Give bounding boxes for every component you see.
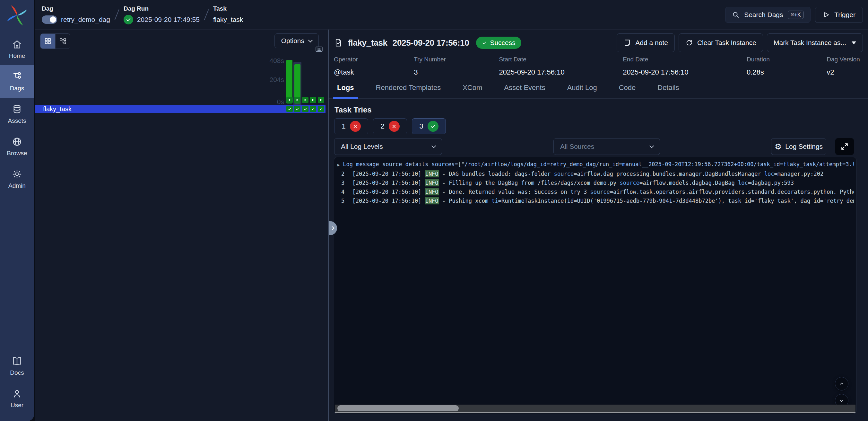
sidebar-item-user[interactable]: User: [0, 382, 34, 415]
trigger-button[interactable]: Trigger: [815, 7, 863, 23]
task-try-3-button[interactable]: 3: [412, 118, 446, 134]
meta-label: Duration: [747, 56, 827, 63]
log-line-number: 5: [341, 196, 346, 205]
search-icon: [732, 11, 740, 19]
log-sources-value: All Sources: [560, 143, 594, 150]
scroll-to-top-button[interactable]: [835, 377, 848, 390]
gantt-run-square[interactable]: [286, 97, 293, 103]
tab-logs[interactable]: Logs: [333, 81, 358, 99]
mark-task-instance-as-button[interactable]: Mark Task Instance as...: [767, 33, 863, 52]
task-try-2-button[interactable]: 2: [373, 118, 407, 134]
gantt-run-square[interactable]: [302, 97, 309, 103]
try-number: 1: [342, 122, 345, 131]
log-line-number: 4: [341, 187, 346, 196]
sidebar-item-label: Browse: [7, 150, 27, 157]
sidebar-item-dags[interactable]: Dags: [0, 65, 34, 98]
gantt-chart: 408s204s0sflaky_task: [35, 30, 328, 421]
tab-details[interactable]: Details: [654, 81, 683, 99]
try-number: 2: [380, 122, 384, 131]
gantt-task-instance-square[interactable]: [294, 106, 301, 112]
clear-task-instance-button[interactable]: Clear Task Instance: [679, 33, 763, 52]
meta-label: Operator: [334, 56, 414, 63]
gantt-task-instance-square[interactable]: [310, 106, 316, 112]
scrollbar-thumb[interactable]: [337, 405, 459, 411]
sidebar-item-label: Home: [9, 52, 25, 59]
disclosure-triangle-icon[interactable]: ▶: [337, 163, 340, 167]
log-timestamp: [2025-09-20 17:56:10]: [346, 189, 425, 195]
task-instance-panel: flaky_task 2025-09-20 17:56:10 Success A…: [329, 30, 868, 421]
dag-link[interactable]: retry_demo_dag: [61, 16, 110, 24]
log-line[interactable]: 2 [2025-09-20 17:56:10] INFO - DAG bundl…: [337, 169, 854, 178]
airflow-logo-icon[interactable]: [5, 3, 29, 28]
content: Options 408s204s0sflaky_task: [35, 30, 868, 421]
task-tries: 123: [334, 118, 446, 134]
sidebar-item-admin[interactable]: Admin: [0, 163, 34, 195]
search-shortcut-kbd: ⌘+K: [788, 10, 804, 19]
sidebar-item-assets[interactable]: Assets: [0, 98, 34, 130]
refresh-icon: [685, 39, 693, 47]
gantt-run-square[interactable]: [310, 97, 316, 103]
globe-icon: [12, 137, 22, 147]
log-message-text: =RuntimeTaskInstance(id=UUID('01996715-a…: [498, 198, 854, 204]
task-try-1-button[interactable]: 1: [334, 118, 368, 134]
sidebar-item-home[interactable]: Home: [0, 33, 34, 65]
log-level-badge: INFO: [425, 170, 439, 177]
task-title: flaky_task: [348, 38, 388, 48]
log-source-group-line[interactable]: ▶Log message source details sources=["/r…: [337, 160, 854, 169]
meta-dag-version: Dag Versionv2: [827, 56, 865, 77]
task-run-timestamp: 2025-09-20 17:56:10: [393, 38, 469, 48]
gantt-run-square[interactable]: [294, 97, 301, 103]
log-sources-select[interactable]: All Sources: [553, 138, 660, 155]
gantt-task-instance-square[interactable]: [302, 106, 309, 112]
log-line[interactable]: 4 [2025-09-20 17:56:10] INFO - Done. Ret…: [337, 187, 854, 196]
log-key-token: loc: [738, 180, 748, 186]
log-level-badge: INFO: [425, 188, 439, 195]
task-value: flaky_task: [213, 16, 243, 24]
add-note-button[interactable]: Add a note: [617, 33, 675, 52]
tab-audit-log[interactable]: Audit Log: [563, 81, 601, 99]
search-dags-button[interactable]: Search Dags ⌘+K: [725, 7, 810, 23]
horizontal-scrollbar[interactable]: [335, 404, 856, 413]
sidebar-item-docs[interactable]: Docs: [0, 350, 34, 382]
trigger-label: Trigger: [834, 11, 856, 19]
tab-code[interactable]: Code: [615, 81, 640, 99]
gantt-run-square[interactable]: [318, 97, 324, 103]
log-message-text: =airflow.dag_processing.bundles.manager.…: [574, 171, 764, 177]
task-instance-header: flaky_task 2025-09-20 17:56:10 Success A…: [334, 33, 863, 52]
tab-rendered-templates[interactable]: Rendered Templates: [372, 81, 445, 99]
sidebar-item-browse[interactable]: Browse: [0, 130, 34, 163]
gantt-axis-tick: 204s: [252, 76, 284, 84]
log-message-text: - Filling up the DagBag from /files/dags…: [439, 180, 620, 186]
sidebar-bottom-nav: DocsUser: [0, 350, 34, 415]
log-levels-select[interactable]: All Log Levels: [334, 138, 442, 155]
meta-value: @task: [334, 68, 414, 77]
chevron-down-icon: [649, 144, 654, 148]
tab-asset-events[interactable]: Asset Events: [500, 81, 549, 99]
log-line[interactable]: 5 [2025-09-20 17:56:10] INFO - Pushing x…: [337, 196, 854, 205]
log-message-text: =airflow.models.dagbag.DagBag: [640, 180, 738, 186]
breadcrumb-separator: [204, 9, 209, 20]
breadcrumb: Dag retry_demo_dag Dag Run 2025-09-20 17…: [42, 5, 243, 24]
log-level-badge: INFO: [425, 197, 439, 204]
gantt-task-instance-square[interactable]: [318, 106, 324, 112]
tab-xcom[interactable]: XCom: [459, 81, 486, 99]
dag-icon: [12, 72, 22, 82]
log-key-token: source: [620, 180, 640, 186]
gantt-axis-tick: 408s: [252, 57, 284, 64]
main-area: Dag retry_demo_dag Dag Run 2025-09-20 17…: [35, 0, 868, 421]
gantt-task-instance-square[interactable]: [286, 106, 293, 112]
log-line[interactable]: 3 [2025-09-20 17:56:10] INFO - Filling u…: [337, 178, 854, 187]
meta-operator: Operator@task: [334, 56, 414, 77]
chevron-down-icon: [431, 144, 436, 148]
sidebar-item-label: Dags: [10, 85, 24, 92]
log-message-text: - Pushing xcom: [439, 198, 492, 204]
expand-logs-button[interactable]: [835, 138, 854, 155]
gantt-task-row[interactable]: flaky_task: [35, 105, 326, 113]
task-actions: Add a note Clear Task Instance Mark Task…: [617, 33, 863, 52]
search-label: Search Dags: [744, 11, 783, 19]
dag-run-link[interactable]: 2025-09-20 17:49:55: [137, 16, 200, 24]
caret-down-icon: [851, 41, 856, 44]
home-icon: [12, 39, 22, 50]
log-settings-button[interactable]: ⚙ Log Settings: [771, 138, 826, 155]
dag-pause-toggle[interactable]: [42, 16, 57, 24]
